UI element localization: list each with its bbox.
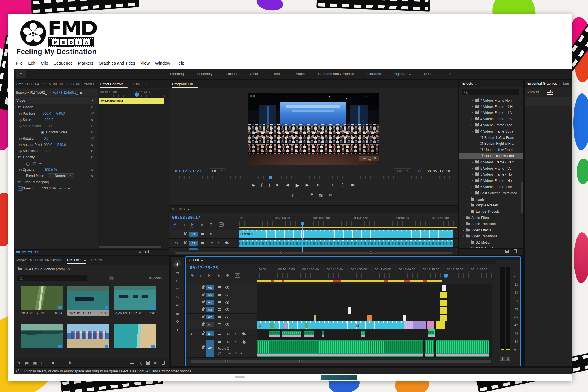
close-icon[interactable]: × xyxy=(189,258,191,262)
effects-item-label[interactable]: 3D Motion xyxy=(476,240,491,244)
stopwatch-icon[interactable]: ◷ xyxy=(18,149,23,153)
tab-lumetri-color[interactable]: Lun xyxy=(560,80,572,87)
full2-playhead-cap[interactable] xyxy=(301,222,304,225)
effects-item-label[interactable]: Twirls xyxy=(476,197,485,201)
effects-search-input[interactable] xyxy=(462,89,519,95)
tab-essential-graphics[interactable]: Essential Graphics≡ xyxy=(525,80,560,87)
keyframe-add-icon[interactable]: ◇ xyxy=(64,187,66,190)
track-output-eye-icon[interactable] xyxy=(225,323,229,326)
nest-icon[interactable]: ✳ xyxy=(173,222,176,227)
audio-track-name[interactable]: Audio 2 xyxy=(218,346,229,350)
reset-icon[interactable]: ↺ xyxy=(91,130,94,134)
fit-select[interactable]: Fit∨ xyxy=(209,168,225,174)
mute-button[interactable]: M xyxy=(227,332,230,336)
collapse-icon[interactable]: ▲ xyxy=(91,99,94,102)
clip-thumbnail-card[interactable]: 2023_04_17_15_21:12 xyxy=(67,286,109,316)
expand-icon[interactable]: > xyxy=(471,173,474,176)
tab-bin-fly[interactable]: Bin: fly xyxy=(89,256,105,265)
effects-tree-item[interactable]: Upper Left w Frami xyxy=(459,147,523,153)
track-target-a1[interactable]: A1 xyxy=(189,241,198,246)
panel-menu-icon[interactable]: ≡ xyxy=(475,82,477,86)
lock-icon[interactable] xyxy=(202,316,204,318)
clip-thumbnail-image[interactable] xyxy=(21,286,63,310)
mark-in-icon[interactable]: { xyxy=(261,182,263,188)
reset-icon[interactable]: ↺ xyxy=(91,137,94,140)
effects-item-label[interactable]: Wiggle Presets xyxy=(476,203,499,207)
clip-thumbnail-image[interactable] xyxy=(67,324,109,348)
track-select-tool[interactable]: ⇥ xyxy=(176,270,179,275)
ec-h-scrollbar[interactable] xyxy=(99,246,161,248)
program-timecode[interactable]: 00:12:23:23 xyxy=(175,169,201,173)
effects-tree-item[interactable]: > Audio Transitions xyxy=(459,221,523,227)
reset-icon[interactable]: ↺ xyxy=(91,112,94,116)
timeline-settings-icon[interactable]: ⚙ xyxy=(226,273,229,278)
reset-icon[interactable]: ↺ xyxy=(91,168,94,172)
ec-row-time-remapping[interactable]: ∨fxTime Remapping xyxy=(14,179,98,185)
tab-full2[interactable]: ×Full 2≡ xyxy=(169,206,192,213)
anchor-y-value[interactable]: 540.0 xyxy=(57,143,68,147)
clip-name[interactable]: 2023_04_17_15_0 xyxy=(115,311,141,314)
slip-tool[interactable]: ⇆ xyxy=(176,295,179,299)
effects-item-label[interactable]: Audio Transitions xyxy=(471,222,497,226)
timeline-clip[interactable] xyxy=(436,321,445,329)
selection-tool[interactable]: ➤ xyxy=(173,260,182,269)
timeline-clip[interactable] xyxy=(440,307,447,314)
speed-value[interactable]: 100.00% xyxy=(42,186,56,190)
ec-playhead[interactable] xyxy=(137,96,137,253)
clip-thumbnail-card[interactable]: 2023_04_17_14_49:03 xyxy=(21,286,63,314)
track-target-button[interactable]: V5 xyxy=(206,293,214,297)
full-timecode[interactable]: 00:12:23:23 xyxy=(190,265,218,270)
keyframe-prev-icon[interactable]: ◀ xyxy=(228,352,230,355)
menu-item[interactable]: File xyxy=(16,61,23,65)
linked-selection-icon[interactable]: ⋈ xyxy=(208,273,212,278)
keyframe-prev-icon[interactable]: ◀ xyxy=(59,187,61,190)
panel-menu-icon[interactable]: ≡ xyxy=(195,82,197,86)
timeline-clip[interactable] xyxy=(404,321,413,329)
lock-icon[interactable] xyxy=(202,294,204,296)
scroll-handle-icon[interactable] xyxy=(225,360,228,362)
effects-scrollbar[interactable] xyxy=(521,182,523,213)
track-output-icon[interactable]: ◈ xyxy=(210,232,212,235)
clip-name[interactable]: 2023_04_17_15_ xyxy=(69,311,93,314)
clip-thumbnail-image[interactable] xyxy=(21,324,63,348)
mute-button[interactable]: M xyxy=(227,340,230,344)
workspace-tab[interactable]: Assembly xyxy=(197,72,212,76)
menu-item[interactable]: Markers xyxy=(78,61,93,65)
clip-name[interactable]: 2023_04_17_14_ xyxy=(21,311,46,314)
menu-item[interactable]: Clip xyxy=(41,61,48,65)
edit-tab[interactable]: Edit xyxy=(547,90,553,95)
reset-icon[interactable]: ↺ xyxy=(91,143,94,147)
ec-ruler-ticks[interactable] xyxy=(98,95,169,97)
clip-thumbnail-card[interactable] xyxy=(21,324,63,348)
expand-icon[interactable]: ∨ xyxy=(471,130,474,133)
position-x-value[interactable]: 960.0 xyxy=(43,112,54,116)
expand-icon[interactable]: > xyxy=(471,179,474,182)
project-search-input[interactable] xyxy=(17,275,87,281)
workspace-tab[interactable]: Libraries xyxy=(367,72,381,76)
effects-tree-item[interactable]: ∨ 4 Videos Frame Squa xyxy=(459,128,523,135)
step-back-icon[interactable]: ◀ xyxy=(286,182,289,188)
effects-item-label[interactable]: 5 Videos Frame - Hoi xyxy=(480,179,512,183)
timeline-audio-clip[interactable] xyxy=(361,331,365,337)
snap-icon[interactable]: ∩ xyxy=(182,222,185,227)
solo-button[interactable]: S xyxy=(235,340,237,344)
stopwatch-icon[interactable]: ◷ xyxy=(18,137,23,140)
panel-menu-icon[interactable]: ≡ xyxy=(201,259,203,262)
grid-icon[interactable]: # xyxy=(310,193,313,197)
list-view-icon[interactable]: ▤ xyxy=(25,361,29,365)
add-marker-icon[interactable]: ◈ xyxy=(201,222,203,227)
solo-button[interactable]: S xyxy=(218,241,220,245)
menu-item[interactable]: Graphics and Titles xyxy=(99,61,135,65)
close-icon[interactable]: × xyxy=(172,207,174,211)
anti-flicker-value[interactable]: 0.00 xyxy=(45,149,56,153)
add-marker-icon[interactable]: ◈ xyxy=(252,182,255,188)
workspace-tab[interactable]: Doc xyxy=(424,72,430,76)
snap-icon[interactable]: ∩ xyxy=(200,273,202,278)
blend-mode-select[interactable]: ​Normal∨ xyxy=(48,173,74,178)
effects-tree-item[interactable]: > Split Screens - with Mov xyxy=(459,190,523,196)
reset-icon[interactable]: ↺ xyxy=(91,155,94,159)
ec-row-scale[interactable]: ›◷Scale100.0↺ xyxy=(14,117,98,123)
timeline-audio-clip[interactable] xyxy=(257,340,423,357)
clip-thumbnail-card[interactable]: 2023_04_17_15_022:04 xyxy=(114,286,156,314)
new-custom-bin-icon[interactable] xyxy=(505,251,509,253)
